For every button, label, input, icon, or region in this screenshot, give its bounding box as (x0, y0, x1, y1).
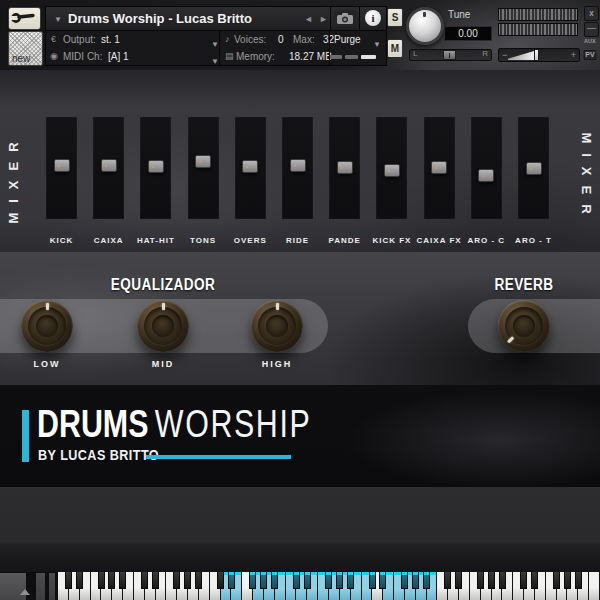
piano-black-key[interactable] (76, 572, 83, 589)
piano-black-key[interactable] (173, 572, 180, 589)
new-button-label: new (12, 53, 30, 64)
fader-handle[interactable] (431, 161, 447, 174)
piano-black-key[interactable] (184, 572, 191, 589)
piano-black-key[interactable] (98, 572, 105, 589)
fader-track[interactable] (140, 117, 171, 219)
tune-knob[interactable] (406, 7, 444, 45)
snapshot-camera-button[interactable] (334, 10, 356, 27)
knob-pointer (46, 303, 49, 310)
fader-track[interactable] (93, 117, 124, 219)
aux-button[interactable]: AUX (584, 38, 594, 44)
next-instrument-icon[interactable]: ► (319, 14, 328, 24)
piano-black-key[interactable] (108, 572, 115, 589)
midi-dropdown-icon[interactable]: ▼ (211, 53, 219, 70)
tune-value[interactable]: 0.00 (444, 26, 492, 41)
fader-handle[interactable] (148, 160, 164, 173)
piano-black-key-mapped[interactable] (423, 572, 430, 589)
mute-button[interactable]: M (387, 39, 403, 58)
kontakt-instrument: new ▼ Drums Worship - Lucas Britto ◄ ► i… (0, 0, 600, 600)
wrench-icon (9, 13, 38, 30)
piano-black-key[interactable] (564, 572, 571, 589)
piano-black-key-mapped[interactable] (293, 572, 300, 589)
close-icon[interactable]: x (584, 6, 599, 21)
piano-black-key[interactable] (152, 572, 159, 589)
fader-track[interactable] (518, 117, 549, 219)
piano-black-key-mapped[interactable] (271, 572, 278, 589)
purge-button[interactable]: Purge (334, 31, 361, 48)
channel-label: ARO - T (502, 236, 565, 245)
piano-black-key[interactable] (531, 572, 538, 589)
fader-handle[interactable] (195, 155, 211, 168)
fader-handle[interactable] (242, 160, 258, 173)
reverb-knob[interactable] (498, 300, 550, 352)
piano-key[interactable] (589, 572, 600, 600)
piano-keyboard[interactable] (58, 572, 600, 600)
fader-track[interactable] (188, 117, 219, 219)
piano-black-key[interactable] (195, 572, 202, 589)
volume-handle[interactable] (534, 49, 539, 61)
pan-slider[interactable]: L R (409, 49, 492, 61)
fader-track[interactable] (46, 117, 77, 219)
eq-high-knob[interactable] (251, 300, 303, 352)
piano-black-key[interactable] (65, 572, 72, 589)
output-value[interactable]: st. 1 (101, 31, 120, 48)
piano-black-key-mapped[interactable] (260, 572, 267, 589)
fader-track[interactable] (376, 117, 407, 219)
fader-track[interactable] (471, 117, 502, 219)
solo-button[interactable]: S (387, 8, 403, 27)
fader-track[interactable] (282, 117, 313, 219)
fader-handle[interactable] (54, 159, 70, 172)
keyboard-scroll-bar[interactable] (49, 573, 55, 600)
keyboard-left-panel[interactable] (0, 573, 26, 600)
piano-black-key[interactable] (444, 572, 451, 589)
fader-track[interactable] (424, 117, 455, 219)
piano-black-key-mapped[interactable] (379, 572, 386, 589)
purge-led (345, 55, 358, 59)
piano-black-key-mapped[interactable] (412, 572, 419, 589)
keyboard-scroll-bar[interactable] (36, 573, 45, 600)
title-bar[interactable]: ▼ Drums Worship - Lucas Britto ◄ ► i (46, 7, 386, 31)
eq-mid-knob[interactable] (137, 300, 189, 352)
piano-black-key-mapped[interactable] (304, 572, 311, 589)
volume-slider[interactable]: − + (498, 48, 580, 62)
pv-button[interactable]: PV (584, 50, 597, 60)
piano-black-key[interactable] (455, 572, 462, 589)
piano-black-key[interactable] (477, 572, 484, 589)
pan-handle[interactable] (443, 50, 456, 60)
piano-black-key[interactable] (119, 572, 126, 589)
piano-black-key[interactable] (553, 572, 560, 589)
piano-black-key-mapped[interactable] (325, 572, 332, 589)
piano-black-key-mapped[interactable] (401, 572, 408, 589)
piano-black-key-mapped[interactable] (249, 572, 256, 589)
piano-black-key-mapped[interactable] (228, 572, 235, 589)
midi-value[interactable]: [A] 1 (108, 48, 129, 65)
minimize-icon[interactable]: — (584, 22, 599, 37)
fader-track[interactable] (235, 117, 266, 219)
piano-black-key[interactable] (575, 572, 582, 589)
memory-label: Memory: (236, 48, 275, 65)
chevron-down-icon[interactable]: ▼ (54, 15, 62, 24)
fader-handle[interactable] (384, 164, 400, 177)
memory-icon: ▤ (225, 48, 234, 65)
eq-low-knob[interactable] (21, 300, 73, 352)
piano-black-key[interactable] (488, 572, 495, 589)
fader-handle[interactable] (526, 162, 542, 175)
piano-black-key[interactable] (499, 572, 506, 589)
piano-black-key[interactable] (520, 572, 527, 589)
eq-title: EQUALIZADOR (99, 276, 227, 294)
info-button[interactable]: i (365, 10, 381, 26)
prev-instrument-icon[interactable]: ◄ (304, 14, 313, 24)
wrench-button[interactable] (8, 7, 41, 30)
new-instrument-button[interactable]: new (8, 31, 43, 66)
piano-black-key[interactable] (217, 572, 224, 589)
fader-handle[interactable] (478, 169, 494, 182)
fader-track[interactable] (329, 117, 360, 219)
piano-black-key-mapped[interactable] (369, 572, 376, 589)
max-label: Max: (293, 31, 315, 48)
piano-black-key-mapped[interactable] (347, 572, 354, 589)
piano-black-key[interactable] (141, 572, 148, 589)
fader-handle[interactable] (337, 161, 353, 174)
fader-handle[interactable] (290, 159, 306, 172)
fader-handle[interactable] (101, 159, 117, 172)
piano-black-key-mapped[interactable] (336, 572, 343, 589)
